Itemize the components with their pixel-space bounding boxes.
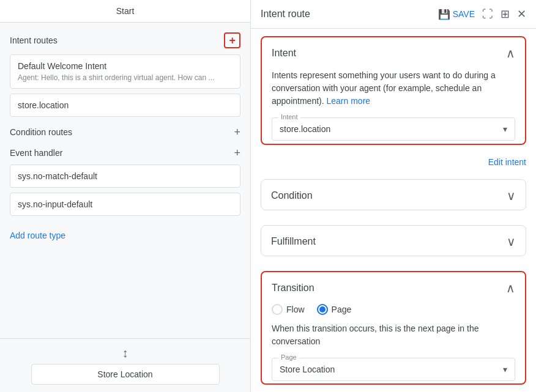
add-route-type-link[interactable]: Add route type [10,231,65,240]
event-handler-section: Event handler + sys.no-match-default sys… [10,147,240,216]
intent-field-label: Intent [278,113,300,120]
intent-section-body: Intents represent something your users w… [262,69,525,145]
store-location-button[interactable]: Store Location [31,364,220,385]
route-subtitle: Agent: Hello, this is a shirt ordering v… [18,73,233,82]
intent-routes-header: Intent routes + [10,32,240,48]
transition-section-title: Transition [272,283,315,294]
page-field-value: Store Location [280,364,335,374]
intent-field-value: store.location [280,124,330,134]
transition-section-header[interactable]: Transition ∧ [262,272,525,304]
fulfillment-chevron-down-icon: ∨ [507,234,516,249]
event-handler-title: Event handler [10,148,62,158]
transition-description: When this transition occurs, this is the… [272,322,515,348]
fulfillment-section-title: Fulfillment [271,236,316,247]
start-label: Start [116,6,135,16]
condition-routes-title: Condition routes [10,127,72,137]
save-button[interactable]: 💾 SAVE [438,9,475,20]
route-title: Default Welcome Intent [18,61,233,71]
route-item-no-match[interactable]: sys.no-match-default [10,165,240,188]
event-handler-header: Event handler + [10,147,240,158]
expand-button[interactable]: ⊞ [501,7,510,21]
route-item-default-welcome[interactable]: Default Welcome Intent Agent: Hello, thi… [10,54,240,89]
intent-section: Intent ∧ Intents represent something you… [261,36,526,145]
route-title: sys.no-input-default [18,199,233,209]
page-radio-dot [319,306,326,312]
right-header: Intent route 💾 SAVE ⛶ ⊞ ✕ [251,0,536,29]
save-label: SAVE [453,9,475,19]
learn-more-link[interactable]: Learn more [327,96,371,106]
page-dropdown[interactable]: Page Store Location ▾ [272,358,515,381]
transition-chevron-up-icon: ∧ [506,281,515,295]
intent-dropdown-arrow-icon: ▾ [503,124,507,134]
add-intent-route-button[interactable]: + [224,32,240,48]
intent-section-header[interactable]: Intent ∧ [262,37,525,69]
edit-intent-link[interactable]: Edit intent [488,157,526,167]
intent-routes-section: Intent routes + Default Welcome Intent A… [10,32,240,117]
right-panel-title: Intent route [261,9,310,20]
flow-radio-label: Flow [286,305,305,314]
header-actions: 💾 SAVE ⛶ ⊞ ✕ [438,7,526,21]
transition-section: Transition ∧ Flow Page When this transit… [261,271,526,385]
condition-chevron-down-icon: ∨ [507,188,516,203]
intent-routes-title: Intent routes [10,35,58,45]
condition-section-title: Condition [271,190,313,201]
fulfillment-section: Fulfillment ∨ [261,225,526,256]
route-title: store.location [18,100,233,110]
page-radio-label: Page [332,305,352,314]
left-panel: Start Intent routes + Default Welcome In… [0,0,251,392]
flow-radio-circle [272,304,283,315]
transition-body: Flow Page When this transition occurs, t… [262,304,525,385]
left-header: Start [0,0,250,23]
condition-routes-header: Condition routes + [10,127,240,138]
transition-radio-group: Flow Page [272,304,515,315]
intent-section-title: Intent [272,48,296,59]
arrow-down-icon: ↕ [122,346,128,360]
add-event-handler-button[interactable]: + [234,147,240,158]
route-item-store-location[interactable]: store.location [10,94,240,117]
page-radio-circle [317,304,328,315]
condition-routes-section: Condition routes + [10,127,240,138]
condition-section: Condition ∨ [261,179,526,210]
page-dropdown-arrow-icon: ▾ [503,364,507,374]
save-icon: 💾 [438,9,450,20]
add-condition-route-button[interactable]: + [234,127,240,138]
route-title: sys.no-match-default [18,171,233,181]
close-button[interactable]: ✕ [517,7,526,21]
page-radio-item[interactable]: Page [317,304,352,315]
intent-dropdown[interactable]: Intent store.location ▾ [272,117,515,141]
flow-radio-item[interactable]: Flow [272,304,305,315]
intent-chevron-up-icon: ∧ [506,46,515,61]
intent-description: Intents represent something your users w… [272,69,515,108]
left-content: Intent routes + Default Welcome Intent A… [0,23,250,338]
fullscreen-button[interactable]: ⛶ [482,8,493,21]
right-panel: Intent route 💾 SAVE ⛶ ⊞ ✕ Intent ∧ Inten… [251,0,536,392]
route-item-no-input[interactable]: sys.no-input-default [10,193,240,216]
fulfillment-section-header[interactable]: Fulfillment ∨ [261,226,526,256]
left-bottom: ↕ Store Location [0,338,250,392]
page-field-label: Page [278,353,299,361]
edit-intent-container: Edit intent [251,152,536,172]
condition-section-header[interactable]: Condition ∨ [261,180,526,210]
